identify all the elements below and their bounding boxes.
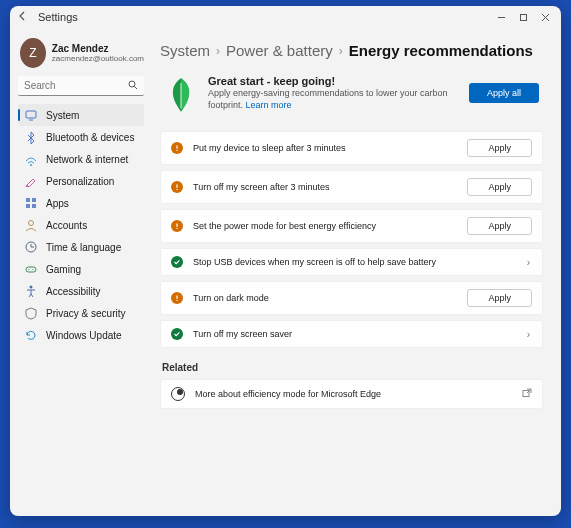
- sidebar-item-update[interactable]: Windows Update: [18, 324, 144, 346]
- recommendation-label: Turn off my screen saver: [193, 329, 515, 339]
- edge-icon: [171, 387, 185, 401]
- search-wrap: [18, 76, 144, 96]
- maximize-button[interactable]: [515, 9, 531, 25]
- alert-icon: [171, 142, 183, 154]
- chevron-right-icon: ›: [525, 329, 532, 340]
- profile[interactable]: Z Zac Mendez zacmendez@outlook.com: [20, 38, 144, 68]
- privacy-icon: [24, 306, 38, 320]
- related-heading: Related: [162, 362, 543, 373]
- window-title: Settings: [38, 11, 78, 23]
- profile-name: Zac Mendez: [52, 43, 144, 54]
- network-icon: [24, 152, 38, 166]
- open-external-icon: [522, 388, 532, 400]
- recommendation-label: Turn off my screen after 3 minutes: [193, 182, 457, 192]
- alert-icon: [171, 220, 183, 232]
- apply-button[interactable]: Apply: [467, 289, 532, 307]
- apply-button[interactable]: Apply: [467, 139, 532, 157]
- svg-point-23: [176, 228, 177, 229]
- sidebar-item-bluetooth[interactable]: Bluetooth & devices: [18, 126, 144, 148]
- crumb-power[interactable]: Power & battery: [226, 42, 333, 59]
- sidebar-item-label: Accounts: [46, 220, 87, 231]
- recommendation-row[interactable]: Stop USB devices when my screen is off t…: [160, 248, 543, 276]
- svg-rect-10: [26, 204, 30, 208]
- accounts-icon: [24, 218, 38, 232]
- svg-rect-1: [520, 14, 526, 20]
- sidebar-item-label: System: [46, 110, 79, 121]
- alert-icon: [171, 292, 183, 304]
- leaf-icon: [164, 75, 198, 115]
- recommendation-label: Set the power mode for best energy effic…: [193, 221, 457, 231]
- sidebar-item-time[interactable]: Time & language: [18, 236, 144, 258]
- time-icon: [24, 240, 38, 254]
- recommendation-list: Put my device to sleep after 3 minutesAp…: [160, 131, 543, 348]
- svg-rect-11: [32, 204, 36, 208]
- check-icon: [171, 256, 183, 268]
- sidebar-item-privacy[interactable]: Privacy & security: [18, 302, 144, 324]
- nav: SystemBluetooth & devicesNetwork & inter…: [18, 104, 144, 346]
- recommendation-label: Stop USB devices when my screen is off t…: [193, 257, 515, 267]
- learn-more-link[interactable]: Learn more: [246, 100, 292, 110]
- gaming-icon: [24, 262, 38, 276]
- apply-button[interactable]: Apply: [467, 178, 532, 196]
- hero-desc: Apply energy-saving recommendations to l…: [208, 88, 459, 111]
- apply-all-button[interactable]: Apply all: [469, 83, 539, 103]
- svg-point-16: [32, 269, 33, 270]
- titlebar: Settings: [10, 6, 561, 28]
- recommendation-row[interactable]: Turn off my screen saver›: [160, 320, 543, 348]
- avatar: Z: [20, 38, 46, 68]
- alert-icon: [171, 181, 183, 193]
- sidebar-item-system[interactable]: System: [18, 104, 144, 126]
- sidebar-item-label: Apps: [46, 198, 69, 209]
- svg-rect-14: [26, 267, 36, 272]
- accessibility-icon: [24, 284, 38, 298]
- svg-rect-9: [32, 198, 36, 202]
- search-icon: [128, 80, 138, 92]
- chevron-right-icon: ›: [339, 44, 343, 58]
- settings-window: Settings Z Zac Mendez zacmendez@outlook.…: [10, 6, 561, 516]
- apps-icon: [24, 196, 38, 210]
- crumb-system[interactable]: System: [160, 42, 210, 59]
- svg-rect-8: [26, 198, 30, 202]
- close-button[interactable]: [537, 9, 553, 25]
- sidebar-item-accounts[interactable]: Accounts: [18, 214, 144, 236]
- sidebar-item-label: Privacy & security: [46, 308, 125, 319]
- recommendation-row: Turn on dark modeApply: [160, 281, 543, 315]
- sidebar-item-label: Personalization: [46, 176, 114, 187]
- sidebar-item-gaming[interactable]: Gaming: [18, 258, 144, 280]
- system-icon: [24, 108, 38, 122]
- recommendation-label: Put my device to sleep after 3 minutes: [193, 143, 457, 153]
- svg-point-12: [29, 221, 34, 226]
- chevron-right-icon: ›: [216, 44, 220, 58]
- profile-email: zacmendez@outlook.com: [52, 54, 144, 63]
- sidebar-item-label: Time & language: [46, 242, 121, 253]
- personalization-icon: [24, 174, 38, 188]
- svg-line-3: [134, 86, 137, 89]
- hero: Great start - keep going! Apply energy-s…: [160, 69, 543, 127]
- recommendation-row: Turn off my screen after 3 minutesApply: [160, 170, 543, 204]
- hero-desc-text: Apply energy-saving recommendations to l…: [208, 88, 448, 110]
- main: System › Power & battery › Energy recomm…: [150, 28, 561, 516]
- apply-button[interactable]: Apply: [467, 217, 532, 235]
- breadcrumb: System › Power & battery › Energy recomm…: [160, 42, 543, 59]
- svg-rect-4: [26, 111, 36, 118]
- svg-point-7: [26, 185, 28, 187]
- check-icon: [171, 328, 183, 340]
- sidebar-item-apps[interactable]: Apps: [18, 192, 144, 214]
- svg-point-17: [30, 286, 33, 289]
- sidebar-item-personalization[interactable]: Personalization: [18, 170, 144, 192]
- search-input[interactable]: [18, 76, 144, 96]
- back-button[interactable]: [14, 11, 32, 23]
- minimize-button[interactable]: [493, 9, 509, 25]
- sidebar: Z Zac Mendez zacmendez@outlook.com Syste…: [10, 28, 150, 516]
- page-title: Energy recommendations: [349, 42, 533, 59]
- svg-point-19: [176, 150, 177, 151]
- update-icon: [24, 328, 38, 342]
- sidebar-item-accessibility[interactable]: Accessibility: [18, 280, 144, 302]
- svg-point-6: [30, 164, 32, 166]
- related-item[interactable]: More about efficiency mode for Microsoft…: [160, 379, 543, 409]
- chevron-right-icon: ›: [525, 257, 532, 268]
- svg-point-25: [176, 300, 177, 301]
- related-label: More about efficiency mode for Microsoft…: [195, 389, 512, 399]
- sidebar-item-network[interactable]: Network & internet: [18, 148, 144, 170]
- bluetooth-icon: [24, 130, 38, 144]
